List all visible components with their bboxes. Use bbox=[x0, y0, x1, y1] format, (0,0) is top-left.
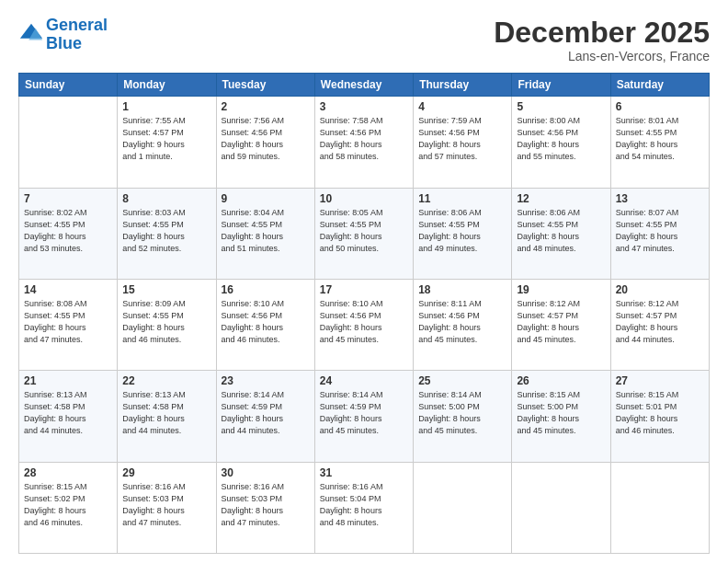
day-cell: 13Sunrise: 8:07 AM Sunset: 4:55 PM Dayli… bbox=[610, 188, 709, 279]
day-cell: 23Sunrise: 8:14 AM Sunset: 4:59 PM Dayli… bbox=[216, 371, 314, 462]
day-info: Sunrise: 8:15 AM Sunset: 5:01 PM Dayligh… bbox=[616, 389, 704, 437]
day-cell: 8Sunrise: 8:03 AM Sunset: 4:55 PM Daylig… bbox=[118, 188, 216, 279]
day-info: Sunrise: 8:05 AM Sunset: 4:55 PM Dayligh… bbox=[320, 207, 408, 255]
day-info: Sunrise: 8:12 AM Sunset: 4:57 PM Dayligh… bbox=[616, 298, 704, 346]
day-cell bbox=[414, 462, 512, 553]
day-number: 25 bbox=[418, 374, 506, 387]
day-number: 29 bbox=[122, 466, 210, 479]
day-cell: 19Sunrise: 8:12 AM Sunset: 4:57 PM Dayli… bbox=[512, 279, 610, 370]
day-info: Sunrise: 8:14 AM Sunset: 4:59 PM Dayligh… bbox=[320, 389, 408, 437]
day-info: Sunrise: 8:03 AM Sunset: 4:55 PM Dayligh… bbox=[122, 207, 210, 255]
day-cell bbox=[512, 462, 610, 553]
day-cell bbox=[610, 462, 709, 553]
day-cell: 16Sunrise: 8:10 AM Sunset: 4:56 PM Dayli… bbox=[216, 279, 314, 370]
day-cell: 1Sunrise: 7:55 AM Sunset: 4:57 PM Daylig… bbox=[118, 97, 216, 188]
day-cell: 15Sunrise: 8:09 AM Sunset: 4:55 PM Dayli… bbox=[118, 279, 216, 370]
day-cell: 18Sunrise: 8:11 AM Sunset: 4:56 PM Dayli… bbox=[414, 279, 512, 370]
day-number: 9 bbox=[222, 192, 310, 205]
day-info: Sunrise: 8:07 AM Sunset: 4:55 PM Dayligh… bbox=[616, 207, 704, 255]
weekday-header-saturday: Saturday bbox=[610, 74, 709, 97]
day-cell: 22Sunrise: 8:13 AM Sunset: 4:58 PM Dayli… bbox=[118, 371, 216, 462]
day-number: 17 bbox=[320, 283, 408, 296]
day-info: Sunrise: 8:14 AM Sunset: 5:00 PM Dayligh… bbox=[418, 389, 506, 437]
day-cell: 26Sunrise: 8:15 AM Sunset: 5:00 PM Dayli… bbox=[512, 371, 610, 462]
day-cell: 20Sunrise: 8:12 AM Sunset: 4:57 PM Dayli… bbox=[610, 279, 709, 370]
day-number: 16 bbox=[222, 283, 310, 296]
day-info: Sunrise: 7:58 AM Sunset: 4:56 PM Dayligh… bbox=[320, 115, 408, 163]
weekday-header-monday: Monday bbox=[118, 74, 216, 97]
day-number: 27 bbox=[616, 374, 704, 387]
day-number: 3 bbox=[320, 100, 408, 113]
page: General Blue December 2025 Lans-en-Verco… bbox=[0, 0, 728, 563]
day-number: 5 bbox=[517, 100, 605, 113]
day-info: Sunrise: 8:13 AM Sunset: 4:58 PM Dayligh… bbox=[122, 389, 210, 437]
day-number: 11 bbox=[418, 192, 506, 205]
day-number: 13 bbox=[616, 192, 704, 205]
day-cell: 27Sunrise: 8:15 AM Sunset: 5:01 PM Dayli… bbox=[610, 371, 709, 462]
day-number: 28 bbox=[24, 466, 112, 479]
day-number: 24 bbox=[320, 374, 408, 387]
day-info: Sunrise: 8:10 AM Sunset: 4:56 PM Dayligh… bbox=[222, 298, 310, 346]
day-cell: 14Sunrise: 8:08 AM Sunset: 4:55 PM Dayli… bbox=[19, 279, 118, 370]
title-block: December 2025 Lans-en-Vercors, France bbox=[494, 17, 710, 63]
day-number: 31 bbox=[320, 466, 408, 479]
day-number: 6 bbox=[616, 100, 704, 113]
logo-icon bbox=[18, 21, 44, 47]
weekday-header-thursday: Thursday bbox=[414, 74, 512, 97]
day-cell: 21Sunrise: 8:13 AM Sunset: 4:58 PM Dayli… bbox=[19, 371, 118, 462]
day-cell: 10Sunrise: 8:05 AM Sunset: 4:55 PM Dayli… bbox=[314, 188, 413, 279]
day-info: Sunrise: 8:08 AM Sunset: 4:55 PM Dayligh… bbox=[24, 298, 112, 346]
day-number: 26 bbox=[517, 374, 605, 387]
day-cell: 3Sunrise: 7:58 AM Sunset: 4:56 PM Daylig… bbox=[314, 97, 413, 188]
day-number: 20 bbox=[616, 283, 704, 296]
weekday-header-row: SundayMondayTuesdayWednesdayThursdayFrid… bbox=[19, 74, 710, 97]
weekday-header-friday: Friday bbox=[512, 74, 610, 97]
day-info: Sunrise: 8:06 AM Sunset: 4:55 PM Dayligh… bbox=[517, 207, 605, 255]
week-row-2: 7Sunrise: 8:02 AM Sunset: 4:55 PM Daylig… bbox=[19, 188, 710, 279]
location: Lans-en-Vercors, France bbox=[494, 49, 710, 63]
logo-general: General bbox=[46, 16, 108, 34]
day-number: 23 bbox=[222, 374, 310, 387]
day-cell: 28Sunrise: 8:15 AM Sunset: 5:02 PM Dayli… bbox=[19, 462, 118, 553]
week-row-1: 1Sunrise: 7:55 AM Sunset: 4:57 PM Daylig… bbox=[19, 97, 710, 188]
day-info: Sunrise: 8:15 AM Sunset: 5:00 PM Dayligh… bbox=[517, 389, 605, 437]
day-number: 14 bbox=[24, 283, 112, 296]
day-info: Sunrise: 8:00 AM Sunset: 4:56 PM Dayligh… bbox=[517, 115, 605, 163]
day-info: Sunrise: 8:16 AM Sunset: 5:03 PM Dayligh… bbox=[122, 481, 210, 529]
day-info: Sunrise: 8:02 AM Sunset: 4:55 PM Dayligh… bbox=[24, 207, 112, 255]
day-cell: 9Sunrise: 8:04 AM Sunset: 4:55 PM Daylig… bbox=[216, 188, 314, 279]
day-cell: 24Sunrise: 8:14 AM Sunset: 4:59 PM Dayli… bbox=[314, 371, 413, 462]
week-row-4: 21Sunrise: 8:13 AM Sunset: 4:58 PM Dayli… bbox=[19, 371, 710, 462]
day-cell: 25Sunrise: 8:14 AM Sunset: 5:00 PM Dayli… bbox=[414, 371, 512, 462]
day-number: 1 bbox=[122, 100, 210, 113]
day-info: Sunrise: 7:59 AM Sunset: 4:56 PM Dayligh… bbox=[418, 115, 506, 163]
day-info: Sunrise: 8:12 AM Sunset: 4:57 PM Dayligh… bbox=[517, 298, 605, 346]
month-title: December 2025 bbox=[494, 17, 710, 49]
day-number: 8 bbox=[122, 192, 210, 205]
day-cell: 12Sunrise: 8:06 AM Sunset: 4:55 PM Dayli… bbox=[512, 188, 610, 279]
day-number: 22 bbox=[122, 374, 210, 387]
header: General Blue December 2025 Lans-en-Verco… bbox=[18, 17, 710, 63]
day-cell bbox=[19, 97, 118, 188]
logo-blue: Blue bbox=[46, 34, 82, 52]
day-cell: 5Sunrise: 8:00 AM Sunset: 4:56 PM Daylig… bbox=[512, 97, 610, 188]
day-number: 18 bbox=[418, 283, 506, 296]
day-cell: 7Sunrise: 8:02 AM Sunset: 4:55 PM Daylig… bbox=[19, 188, 118, 279]
day-info: Sunrise: 8:16 AM Sunset: 5:04 PM Dayligh… bbox=[320, 481, 408, 529]
day-cell: 17Sunrise: 8:10 AM Sunset: 4:56 PM Dayli… bbox=[314, 279, 413, 370]
weekday-header-sunday: Sunday bbox=[19, 74, 118, 97]
day-number: 4 bbox=[418, 100, 506, 113]
day-cell: 11Sunrise: 8:06 AM Sunset: 4:55 PM Dayli… bbox=[414, 188, 512, 279]
day-cell: 6Sunrise: 8:01 AM Sunset: 4:55 PM Daylig… bbox=[610, 97, 709, 188]
day-info: Sunrise: 8:01 AM Sunset: 4:55 PM Dayligh… bbox=[616, 115, 704, 163]
day-info: Sunrise: 8:06 AM Sunset: 4:55 PM Dayligh… bbox=[418, 207, 506, 255]
calendar-table: SundayMondayTuesdayWednesdayThursdayFrid… bbox=[18, 73, 710, 554]
day-info: Sunrise: 8:15 AM Sunset: 5:02 PM Dayligh… bbox=[24, 481, 112, 529]
day-number: 12 bbox=[517, 192, 605, 205]
day-cell: 29Sunrise: 8:16 AM Sunset: 5:03 PM Dayli… bbox=[118, 462, 216, 553]
day-info: Sunrise: 7:55 AM Sunset: 4:57 PM Dayligh… bbox=[122, 115, 210, 163]
logo-text: General Blue bbox=[46, 17, 108, 53]
day-number: 30 bbox=[222, 466, 310, 479]
day-info: Sunrise: 8:04 AM Sunset: 4:55 PM Dayligh… bbox=[222, 207, 310, 255]
day-cell: 30Sunrise: 8:16 AM Sunset: 5:03 PM Dayli… bbox=[216, 462, 314, 553]
